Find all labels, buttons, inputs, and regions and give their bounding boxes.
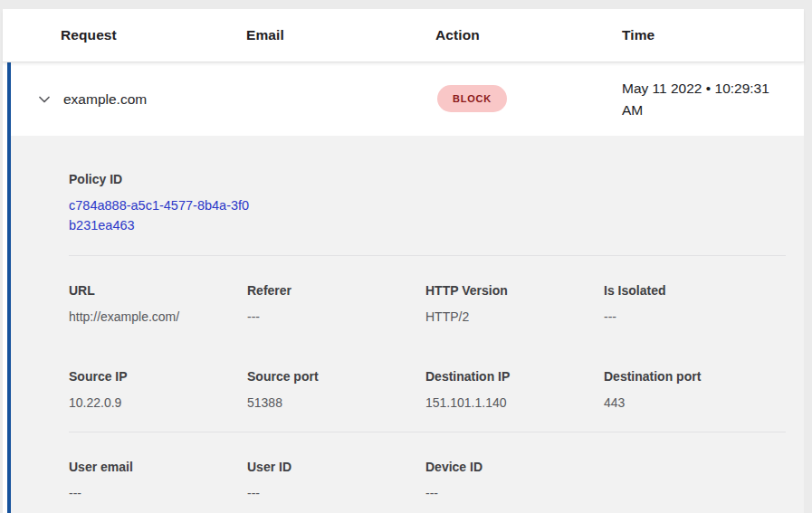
table-header-row: Request Email Action Time	[3, 9, 804, 62]
field-value: 10.22.0.9	[69, 394, 247, 412]
column-header-request: Request	[61, 27, 117, 43]
field-user-email: User email ---	[69, 458, 247, 502]
column-header-action: Action	[435, 27, 480, 43]
field-http-version: HTTP Version HTTP/2	[425, 281, 604, 326]
field-is-isolated: Is Isolated ---	[604, 281, 786, 326]
row-details-panel: Policy ID c784a888-a5c1-4577-8b4a-3f0b23…	[11, 136, 804, 513]
details-grid-row-1: URL http://example.com/ Referer --- HTTP…	[69, 281, 786, 326]
field-label: Is Isolated	[604, 281, 786, 299]
field-empty	[604, 458, 786, 502]
field-value: 51388	[247, 394, 425, 412]
field-value: ---	[69, 484, 247, 502]
column-header-email: Email	[246, 27, 284, 43]
chevron-down-icon[interactable]	[37, 92, 52, 107]
field-value: ---	[247, 308, 425, 326]
field-label: Source port	[247, 367, 425, 385]
policy-id-label: Policy ID	[69, 170, 786, 188]
request-domain: example.com	[63, 90, 147, 109]
field-value: http://example.com/	[69, 308, 247, 326]
divider	[69, 255, 786, 256]
divider	[69, 432, 786, 432]
policy-id-link[interactable]: c784a888-a5c1-4577-8b4a-3f0b231ea463	[69, 195, 250, 235]
field-user-id: User ID ---	[247, 458, 425, 502]
field-label: Source IP	[69, 367, 247, 385]
field-value: ---	[247, 484, 425, 502]
field-label: User email	[69, 458, 247, 476]
field-label: URL	[69, 281, 247, 299]
field-label: Destination port	[604, 367, 786, 385]
column-header-time: Time	[622, 27, 654, 43]
policy-id-block: Policy ID c784a888-a5c1-4577-8b4a-3f0b23…	[69, 170, 786, 235]
field-value: ---	[604, 308, 786, 326]
field-value: ---	[425, 484, 604, 502]
expanded-row-group: example.com BLOCK May 11 2022 • 10:29:31…	[7, 62, 804, 513]
action-block-badge: BLOCK	[437, 85, 507, 112]
field-destination-ip: Destination IP 151.101.1.140	[425, 367, 604, 412]
details-grid-row-2: Source IP 10.22.0.9 Source port 51388 De…	[69, 367, 786, 412]
field-label: Destination IP	[425, 367, 604, 385]
field-referer: Referer ---	[247, 281, 425, 326]
field-value: 443	[604, 394, 786, 412]
details-grid-row-3: User email --- User ID --- Device ID ---	[69, 458, 786, 502]
log-row[interactable]: example.com BLOCK May 11 2022 • 10:29:31…	[11, 62, 804, 136]
row-timestamp: May 11 2022 • 10:29:31 AM	[622, 78, 788, 121]
field-destination-port: Destination port 443	[604, 367, 786, 412]
field-source-port: Source port 51388	[247, 367, 425, 412]
field-label: Device ID	[425, 458, 604, 476]
field-label: User ID	[247, 458, 425, 476]
field-url: URL http://example.com/	[69, 281, 247, 326]
field-value: 151.101.1.140	[425, 394, 604, 412]
log-table-card: Request Email Action Time example.com BL…	[3, 9, 804, 513]
field-value: HTTP/2	[425, 308, 604, 326]
field-source-ip: Source IP 10.22.0.9	[69, 367, 247, 412]
field-device-id: Device ID ---	[425, 458, 604, 502]
field-label: Referer	[247, 281, 425, 299]
field-label: HTTP Version	[425, 281, 604, 299]
